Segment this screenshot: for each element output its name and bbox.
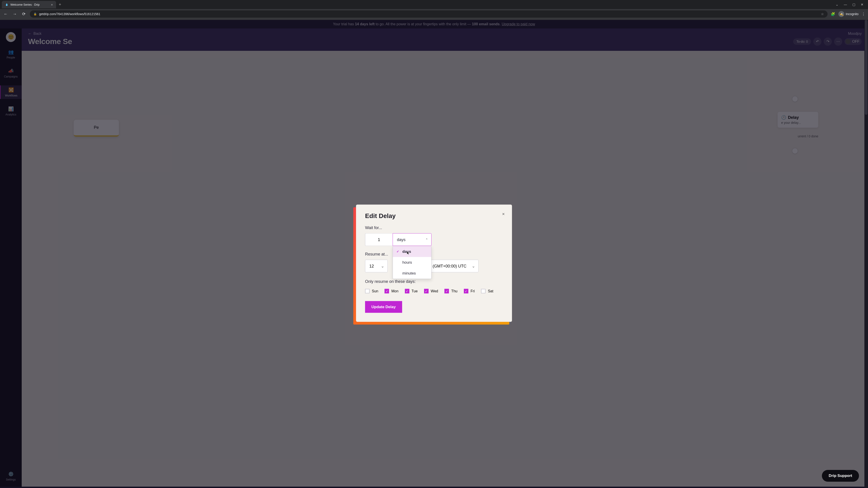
resume-tz-label: (GMT+00:00) UTC — [433, 264, 467, 268]
checkbox[interactable]: ✓ — [424, 289, 429, 293]
days-row: Sun✓Mon✓Tue✓Wed✓Thu✓FriSat — [365, 289, 503, 293]
unit-option-minutes[interactable]: minutes — [393, 268, 431, 279]
unit-selected-label: days — [397, 237, 405, 242]
checkbox[interactable] — [481, 289, 486, 293]
unit-option-days[interactable]: days — [393, 246, 431, 257]
update-delay-button[interactable]: Update Delay — [365, 301, 402, 313]
day-label: Wed — [431, 289, 438, 293]
tab-title: Welcome Series · Drip — [10, 3, 39, 6]
unit-option-hours[interactable]: hours — [393, 257, 431, 268]
extensions-icon[interactable]: 🧩 — [831, 12, 835, 16]
day-fri[interactable]: ✓Fri — [464, 289, 475, 293]
address-bar[interactable]: 🔒 getdrip.com/7641396/workflows/51612156… — [30, 10, 828, 18]
chevron-down-icon: ⌄ — [381, 264, 384, 269]
incognito-badge[interactable]: 🕵️ Incognito — [838, 11, 859, 17]
day-label: Thu — [451, 289, 458, 293]
checkbox[interactable]: ✓ — [384, 289, 389, 293]
drip-favicon: 💧 — [5, 3, 8, 6]
url-text: getdrip.com/7641396/workflows/516121561 — [39, 12, 100, 16]
back-icon[interactable]: ← — [3, 12, 8, 17]
checkbox[interactable]: ✓ — [444, 289, 449, 293]
chevron-up-icon: ⌃ — [426, 238, 428, 241]
day-sun[interactable]: Sun — [365, 289, 378, 293]
day-label: Fri — [471, 289, 475, 293]
checkbox[interactable] — [365, 289, 370, 293]
resume-hour-label: 12 — [369, 264, 374, 268]
day-tue[interactable]: ✓Tue — [405, 289, 418, 293]
wait-unit-select[interactable]: days ⌃ days hours minutes — [393, 233, 432, 246]
checkbox[interactable]: ✓ — [464, 289, 468, 293]
browser-toolbar: ← → ⟳ 🔒 getdrip.com/7641396/workflows/51… — [0, 9, 868, 20]
day-label: Tue — [412, 289, 418, 293]
close-modal-button[interactable]: × — [502, 212, 505, 217]
window-controls: ⌄ — ▢ ✕ — [836, 3, 866, 6]
incognito-label: Incognito — [846, 12, 859, 16]
resume-timezone-select[interactable]: (GMT+00:00) UTC ⌄ — [428, 260, 478, 272]
checkbox[interactable]: ✓ — [405, 289, 409, 293]
resume-hour-select[interactable]: 12 ⌄ — [365, 260, 388, 272]
wait-value-input[interactable] — [365, 233, 393, 246]
day-label: Mon — [391, 289, 398, 293]
day-thu[interactable]: ✓Thu — [444, 289, 458, 293]
unit-dropdown: days hours minutes — [393, 246, 432, 279]
incognito-icon: 🕵️ — [838, 11, 844, 17]
forward-icon[interactable]: → — [12, 12, 18, 17]
modal-title: Edit Delay — [365, 213, 503, 220]
edit-delay-modal: Edit Delay × Wait for... days ⌃ days hou… — [356, 205, 512, 322]
chevron-down-icon: ⌄ — [472, 264, 475, 269]
tab-strip: 💧 Welcome Series · Drip × + ⌄ — ▢ ✕ — [0, 0, 868, 9]
resume-label: Resume at... — [365, 252, 503, 257]
kebab-menu-icon[interactable]: ⋮ — [862, 12, 865, 16]
only-days-label: Only resume on these days: — [365, 279, 503, 284]
bookmark-icon[interactable]: ☆ — [821, 12, 824, 16]
wait-label: Wait for... — [365, 225, 503, 230]
new-tab-button[interactable]: + — [59, 2, 61, 7]
reload-icon[interactable]: ⟳ — [21, 11, 27, 17]
browser-chrome: 💧 Welcome Series · Drip × + ⌄ — ▢ ✕ ← → … — [0, 0, 868, 20]
lock-icon: 🔒 — [33, 12, 37, 15]
maximize-icon[interactable]: ▢ — [852, 3, 855, 6]
day-label: Sun — [372, 289, 378, 293]
app-viewport: Your trial has 14 days left to go. All t… — [0, 20, 868, 488]
minimize-icon[interactable]: — — [844, 3, 847, 6]
modal-wrap: Edit Delay × Wait for... days ⌃ days hou… — [356, 205, 512, 322]
day-label: Sat — [488, 289, 493, 293]
close-window-icon[interactable]: ✕ — [861, 3, 864, 6]
close-tab-icon[interactable]: × — [51, 3, 53, 6]
browser-tab[interactable]: 💧 Welcome Series · Drip × — [2, 1, 56, 8]
day-sat[interactable]: Sat — [481, 289, 493, 293]
day-mon[interactable]: ✓Mon — [384, 289, 398, 293]
support-button[interactable]: Drip Support — [822, 470, 859, 482]
day-wed[interactable]: ✓Wed — [424, 289, 438, 293]
tab-search-icon[interactable]: ⌄ — [836, 3, 838, 6]
